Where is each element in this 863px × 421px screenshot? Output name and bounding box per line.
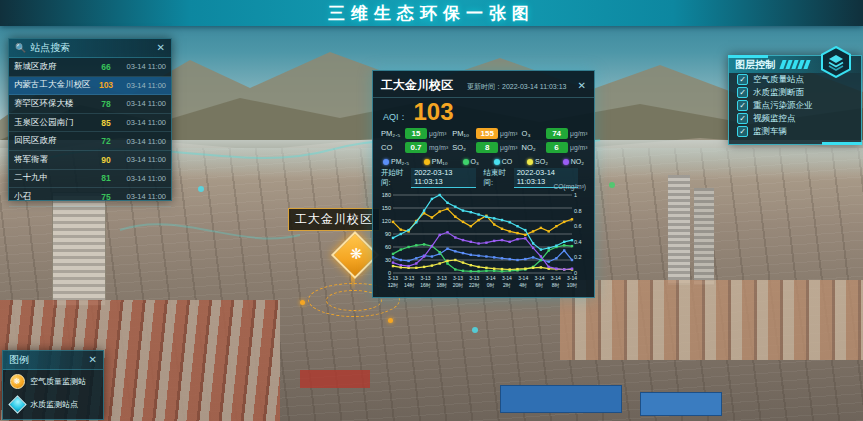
layer-item[interactable]: ✓ 水质监测断面 xyxy=(729,86,861,99)
chart-legend: PM₂.₅PM₁₀O₃COSO₂NO₂ xyxy=(373,155,594,165)
close-icon[interactable]: ✕ xyxy=(578,81,586,91)
pollutant-unit: mg/m³ xyxy=(429,143,448,151)
station-update-time: 03-14 11:00 xyxy=(118,81,166,90)
start-time-input[interactable]: 2022-03-13 11:03:13 xyxy=(411,168,475,188)
station-row[interactable]: 将军衙署 90 03-14 11:00 xyxy=(9,151,171,170)
svg-text:4时: 4时 xyxy=(519,282,527,288)
tower-building xyxy=(52,192,106,306)
station-update-time: 03-14 11:00 xyxy=(118,192,166,201)
svg-text:0.6: 0.6 xyxy=(574,223,582,229)
svg-text:8时: 8时 xyxy=(552,282,560,288)
svg-text:1: 1 xyxy=(574,192,577,198)
pollutant-name: SO₂ xyxy=(452,143,476,152)
warehouse-roof xyxy=(300,370,370,388)
pollutant-trend-chart[interactable]: 180150120906030010.80.60.40.203-1312时3-1… xyxy=(377,191,590,291)
station-row[interactable]: 小召 75 03-14 11:00 xyxy=(9,188,171,207)
station-aqi-value: 90 xyxy=(94,155,118,165)
highrise-cluster xyxy=(694,188,714,285)
map-poi-dot[interactable] xyxy=(300,300,305,305)
station-aqi-value: 78 xyxy=(94,99,118,109)
station-name: 二十九中 xyxy=(14,172,94,184)
legend-color-dot xyxy=(383,159,389,165)
popup-title: 工大金川校区 xyxy=(381,77,453,94)
station-name: 将军衙署 xyxy=(14,154,94,166)
water-station-icon xyxy=(8,395,26,413)
station-row[interactable]: 内蒙古工大金川校区 103 03-14 11:00 xyxy=(9,77,171,96)
legend-item[interactable]: SO₂ xyxy=(527,158,548,165)
pollutant-unit: μg/m³ xyxy=(570,129,587,137)
station-name: 回民区政府 xyxy=(14,135,94,147)
station-name: 赛罕区环保大楼 xyxy=(14,98,94,110)
pollutant-value-badge: 8 xyxy=(476,142,498,153)
station-row[interactable]: 回民区政府 72 03-14 11:00 xyxy=(9,132,171,151)
layer-panel-title: 图层控制 xyxy=(735,58,775,72)
svg-text:3-14: 3-14 xyxy=(567,275,577,281)
pollutant-unit: μg/m³ xyxy=(429,129,446,137)
legend-list: ❋空气质量监测站水质监测站点 xyxy=(3,370,103,416)
station-row[interactable]: 赛罕区环保大楼 78 03-14 11:00 xyxy=(9,95,171,114)
legend-row-label: 空气质量监测站 xyxy=(30,376,86,387)
pollutant-cell: O₃ 74 μg/m³ xyxy=(522,128,589,139)
checkbox-icon[interactable]: ✓ xyxy=(737,74,748,85)
legend-item[interactable]: PM₂.₅ xyxy=(383,158,409,165)
svg-text:3-14: 3-14 xyxy=(486,275,496,281)
station-aqi-value: 81 xyxy=(94,173,118,183)
legend-item[interactable]: PM₁₀ xyxy=(424,158,448,165)
svg-text:180: 180 xyxy=(382,192,391,198)
close-icon[interactable]: ✕ xyxy=(157,43,165,53)
checkbox-icon[interactable]: ✓ xyxy=(737,87,748,98)
legend-item[interactable]: CO xyxy=(494,158,513,165)
station-update-time: 03-14 11:00 xyxy=(118,155,166,164)
station-name: 新城区政府 xyxy=(14,61,94,73)
svg-text:0.2: 0.2 xyxy=(574,254,582,260)
svg-text:3-14: 3-14 xyxy=(502,275,512,281)
station-update-time: 03-14 11:00 xyxy=(118,62,166,71)
layer-item[interactable]: ✓ 重点污染源企业 xyxy=(729,99,861,112)
svg-text:18时: 18时 xyxy=(437,282,448,288)
pollutant-name: NO₂ xyxy=(522,143,546,152)
station-aqi-value: 66 xyxy=(94,62,118,72)
svg-text:22时: 22时 xyxy=(469,282,480,288)
legend-panel-header: 图例 ✕ xyxy=(3,351,103,370)
aqi-value: 103 xyxy=(414,100,454,124)
legend-panel-title: 图例 xyxy=(9,353,29,367)
layers-hexagon-icon[interactable] xyxy=(819,46,853,78)
checkbox-icon[interactable]: ✓ xyxy=(737,100,748,111)
map-poi-dot[interactable] xyxy=(388,318,393,323)
svg-text:10时: 10时 xyxy=(567,282,578,288)
legend-item[interactable]: NO₂ xyxy=(563,158,584,165)
station-row[interactable]: 二十九中 81 03-14 11:00 xyxy=(9,170,171,189)
checkbox-icon[interactable]: ✓ xyxy=(737,113,748,124)
svg-text:16时: 16时 xyxy=(420,282,431,288)
search-icon[interactable]: 🔍 xyxy=(15,43,26,53)
svg-text:6时: 6时 xyxy=(536,282,544,288)
checkbox-icon[interactable]: ✓ xyxy=(737,126,748,137)
station-name: 小召 xyxy=(14,191,94,203)
pollutant-value-badge: 155 xyxy=(476,128,498,139)
layer-item[interactable]: ✓ 监测车辆 xyxy=(729,125,861,138)
svg-text:2时: 2时 xyxy=(503,282,511,288)
page-title: 三维生态环保一张图 xyxy=(328,2,535,25)
legend-color-dot xyxy=(424,159,430,165)
apartment-rows xyxy=(560,280,863,360)
layer-item-label: 监测车辆 xyxy=(753,126,787,138)
station-panel-title: 站点搜索 xyxy=(30,41,70,55)
svg-text:14时: 14时 xyxy=(404,282,415,288)
layer-list: ✓ 空气质量站点✓ 水质监测断面✓ 重点污染源企业✓ 视频监控点✓ 监测车辆 xyxy=(729,73,861,138)
svg-text:60: 60 xyxy=(385,244,391,250)
close-icon[interactable]: ✕ xyxy=(89,355,97,365)
pollutant-cell: PM₁₀ 155 μg/m³ xyxy=(452,128,519,139)
station-row[interactable]: 玉泉区公园南门 85 03-14 11:00 xyxy=(9,114,171,133)
selected-station-map-label[interactable]: 工大金川校区 xyxy=(288,208,380,231)
station-row[interactable]: 新城区政府 66 03-14 11:00 xyxy=(9,58,171,77)
legend-row: 水质监测站点 xyxy=(3,393,103,416)
popup-header: 工大金川校区 更新时间：2022-03-14 11:03:13 ✕ xyxy=(373,71,594,98)
pollutant-cell: PM₂.₅ 15 μg/m³ xyxy=(381,128,450,139)
station-update-time: 03-14 11:00 xyxy=(118,137,166,146)
pollutant-value-badge: 6 xyxy=(546,142,568,153)
svg-text:12时: 12时 xyxy=(388,282,399,288)
layer-item[interactable]: ✓ 视频监控点 xyxy=(729,112,861,125)
legend-item[interactable]: O₃ xyxy=(463,158,479,165)
svg-text:3-13: 3-13 xyxy=(421,275,431,281)
app-window: 三维生态环保一张图 ❋ 工大金川校区 🔍 站点搜索 ✕ 新城区政府 66 03-… xyxy=(0,0,863,421)
